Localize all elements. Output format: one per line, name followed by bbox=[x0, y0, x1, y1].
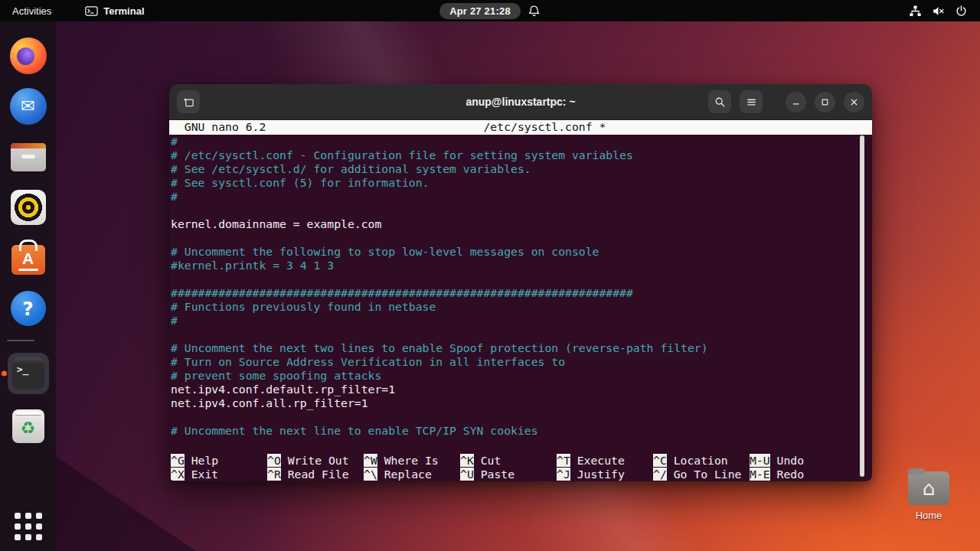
system-status-area[interactable] bbox=[909, 0, 980, 21]
editor-line bbox=[171, 204, 872, 217]
shortcut-key: ^T bbox=[557, 454, 570, 467]
editor-line: # Uncomment the next line to enable TCP/… bbox=[171, 424, 872, 438]
shortcut-label: Cut bbox=[474, 454, 501, 467]
desktop: Activities Terminal Apr 27 21:28 bbox=[0, 0, 980, 551]
editor-line: # prevent some spoofing attacks bbox=[171, 369, 872, 383]
menu-button[interactable] bbox=[740, 90, 763, 113]
shortcut-label: Paste bbox=[474, 468, 514, 481]
home-folder-label: Home bbox=[916, 510, 942, 521]
shortcut-label: Where Is bbox=[377, 454, 439, 467]
shortcut-label: Undo bbox=[770, 454, 804, 467]
terminal-scrollbar[interactable] bbox=[860, 135, 864, 477]
show-applications-button[interactable] bbox=[15, 513, 42, 540]
focused-app-label: Terminal bbox=[103, 5, 144, 17]
dock-item-rhythmbox[interactable] bbox=[7, 188, 50, 227]
editor-line bbox=[171, 438, 872, 452]
shortcut-replace: ^\ Replace bbox=[364, 468, 460, 481]
shortcut-key: ^W bbox=[364, 454, 377, 467]
nano-shortcut-bar: ^G Help^O Write Out^W Where Is^K Cut^T E… bbox=[169, 454, 872, 481]
shortcut-where-is: ^W Where Is bbox=[364, 454, 460, 468]
editor-line: # bbox=[171, 190, 872, 204]
shortcut-key: ^/ bbox=[653, 468, 667, 481]
dock-item-files[interactable] bbox=[7, 138, 50, 176]
home-folder-icon[interactable]: ⌂ Home bbox=[905, 471, 952, 521]
dock-item-thunderbird[interactable]: ✉ bbox=[7, 87, 50, 126]
editor-line: kernel.domainname = example.com bbox=[171, 217, 872, 231]
running-indicator-dot bbox=[2, 371, 7, 377]
shortcut-label: Read File bbox=[281, 468, 349, 481]
rhythmbox-icon bbox=[11, 190, 46, 225]
shortcut-key: ^C bbox=[653, 454, 667, 467]
shortcut-label: Location bbox=[667, 454, 728, 467]
shortcut-label: Redo bbox=[770, 468, 804, 481]
maximize-button[interactable] bbox=[815, 92, 835, 112]
dock-item-firefox[interactable] bbox=[7, 37, 50, 75]
shortcut-paste: ^U Paste bbox=[460, 468, 557, 481]
shortcut-key: ^K bbox=[460, 454, 474, 467]
editor-line: # bbox=[171, 314, 872, 328]
editor-line: #kernel.printk = 3 4 1 3 bbox=[171, 259, 872, 272]
editor-line bbox=[171, 410, 872, 424]
dock-item-terminal[interactable]: >_ bbox=[7, 352, 50, 395]
shortcut-key: ^X bbox=[171, 468, 185, 481]
new-tab-button[interactable] bbox=[177, 90, 200, 113]
dock: ✉A?>_♻ bbox=[0, 21, 56, 551]
shortcut-key: M-E bbox=[750, 468, 770, 481]
shortcut-key: ^J bbox=[557, 468, 570, 481]
volume-muted-icon bbox=[932, 5, 945, 18]
nano-title-bar: GNU nano 6.2 /etc/sysctl.conf * bbox=[169, 120, 872, 135]
dock-item-help[interactable]: ? bbox=[7, 289, 50, 328]
shortcut-label: Replace bbox=[377, 468, 432, 481]
close-button[interactable] bbox=[844, 92, 864, 112]
bell-icon bbox=[528, 5, 541, 18]
shortcut-label: Justify bbox=[570, 468, 625, 481]
terminal-icon bbox=[85, 5, 98, 18]
shortcut-go-to-line: ^/ Go To Line bbox=[653, 468, 750, 481]
shortcut-label: Write Out bbox=[281, 454, 349, 467]
editor-line: # bbox=[171, 135, 872, 148]
window-header[interactable]: anup@linuxstartpc: ~ bbox=[169, 84, 872, 120]
editor-line: # Turn on Source Address Verification in… bbox=[171, 355, 872, 369]
shortcut-key: ^\ bbox=[364, 468, 377, 481]
editor-line: net.ipv4.conf.all.rp_filter=1 bbox=[171, 396, 872, 410]
shortcut-key: M-U bbox=[750, 454, 770, 467]
editor-text-area[interactable]: ## /etc/sysctl.conf - Configuration file… bbox=[169, 135, 872, 454]
power-icon bbox=[955, 5, 968, 18]
editor-line: net.ipv4.conf.default.rp_filter=1 bbox=[171, 383, 872, 396]
shortcut-location: ^C Location bbox=[653, 454, 750, 468]
terminal-app-icon: >_ bbox=[8, 353, 49, 394]
top-bar: Activities Terminal Apr 27 21:28 bbox=[0, 0, 980, 21]
ubuntu-software-icon: A bbox=[11, 245, 45, 275]
files-icon bbox=[11, 143, 46, 171]
shortcut-help: ^G Help bbox=[171, 454, 267, 468]
editor-line: # Functions previously found in netbase bbox=[171, 300, 872, 314]
editor-line: # Uncomment the next two lines to enable… bbox=[171, 341, 872, 355]
shortcut-label: Execute bbox=[570, 454, 625, 467]
editor-line: # /etc/sysctl.conf - Configuration file … bbox=[171, 148, 872, 162]
shortcut-label: Exit bbox=[185, 468, 218, 481]
search-button[interactable] bbox=[708, 90, 731, 113]
shortcut-write-out: ^O Write Out bbox=[267, 454, 364, 468]
shortcut-cut: ^K Cut bbox=[460, 454, 557, 468]
shortcut-undo: M-U Undo bbox=[750, 454, 804, 468]
shortcut-key: ^U bbox=[460, 468, 474, 481]
focused-app-menu-button[interactable]: Terminal bbox=[64, 0, 156, 21]
thunderbird-icon: ✉ bbox=[10, 88, 47, 125]
activities-button[interactable]: Activities bbox=[0, 0, 64, 21]
shortcut-execute: ^T Execute bbox=[557, 454, 653, 468]
dock-divider bbox=[7, 340, 34, 341]
editor-line bbox=[171, 231, 872, 245]
shortcut-label: Help bbox=[185, 454, 218, 467]
clock-button[interactable]: Apr 27 21:28 bbox=[439, 3, 521, 19]
dock-item-software[interactable]: A bbox=[7, 239, 50, 277]
minimize-button[interactable] bbox=[786, 92, 806, 112]
shortcut-exit: ^X Exit bbox=[171, 468, 267, 481]
editor-line: # Uncomment the following to stop low-le… bbox=[171, 245, 872, 259]
editor-line: # See /etc/sysctl.d/ for additional syst… bbox=[171, 162, 872, 176]
house-icon: ⌂ bbox=[923, 478, 936, 498]
shortcut-key: ^G bbox=[171, 454, 185, 467]
help-icon: ? bbox=[11, 291, 46, 326]
editor-line: # See sysctl.conf (5) for information. bbox=[171, 176, 872, 190]
dock-item-trash[interactable]: ♻ bbox=[7, 407, 50, 445]
shortcut-read-file: ^R Read File bbox=[267, 468, 364, 481]
